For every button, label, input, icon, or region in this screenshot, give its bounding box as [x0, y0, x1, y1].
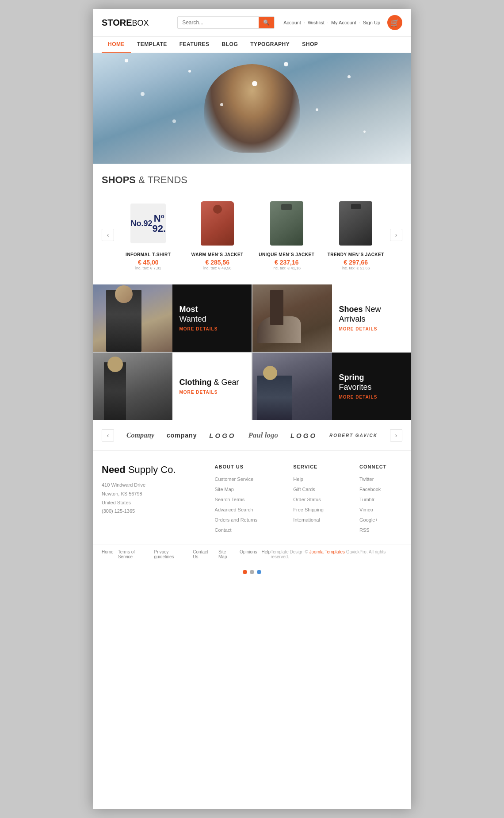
promo-title: Most Wanted: [179, 305, 245, 324]
footer-bottom-link[interactable]: Terms of Service: [118, 549, 150, 559]
promo-content: Most Wanted MORE DETAILS: [172, 284, 252, 352]
product-name: WARM MEN´S JACKET: [187, 252, 248, 257]
promo-more-details[interactable]: MORE DETAILS: [179, 326, 245, 331]
wishlist-link[interactable]: Wishlist: [308, 20, 325, 25]
footer-link[interactable]: Orders and Returns: [215, 517, 258, 522]
product-card[interactable]: WARM MEN´S JACKET € 285,56 inc. tax: € 4…: [183, 195, 252, 275]
footer-link[interactable]: Advanced Search: [215, 507, 253, 512]
nav-typography[interactable]: TYPOGRAPHY: [244, 37, 296, 53]
myaccount-link[interactable]: My Account: [331, 20, 356, 25]
shops-title: SHOPS & TRENDS: [102, 174, 402, 186]
footer-link[interactable]: Google+: [359, 517, 378, 522]
promo-content: Shoes NewArrivals MORE DETAILS: [332, 284, 412, 352]
product-image-wrap: [187, 199, 248, 248]
dot-2[interactable]: [250, 570, 254, 574]
promo-spring[interactable]: Spring Favorites MORE DETAILS: [252, 353, 411, 420]
search-button[interactable]: 🔍: [259, 17, 274, 28]
product-card[interactable]: TRENDY MEN´S JACKET € 297,66 inc. tax: €…: [322, 195, 390, 275]
dot-1[interactable]: [243, 570, 247, 574]
promo-more-details[interactable]: MORE DETAILS: [339, 395, 405, 399]
promo-title: Spring Favorites: [339, 373, 405, 392]
product-price: € 45,00: [118, 259, 179, 266]
product-price: € 297,66: [325, 259, 387, 266]
promo-more-details[interactable]: MORE DETAILS: [179, 390, 245, 395]
product-name: UNIQUE MEN´S JACKET: [256, 252, 317, 257]
nav-blog[interactable]: BLOG: [216, 37, 244, 53]
brands-next[interactable]: ›: [390, 429, 402, 442]
promo-more-details[interactable]: MORE DETAILS: [339, 326, 405, 331]
brands-prev[interactable]: ‹: [102, 429, 114, 442]
nav-home[interactable]: HOME: [102, 37, 131, 53]
brand-logo[interactable]: LOGO: [290, 432, 317, 439]
product-image-wrap: [325, 199, 387, 248]
footer-link[interactable]: Tumblr: [359, 497, 374, 502]
footer-bottom-link[interactable]: Home: [102, 549, 114, 559]
page-wrapper: STOREBOX 🔍 Account · Wishlist · My Accou…: [93, 9, 411, 809]
joomla-link[interactable]: Joomla Templates: [309, 549, 345, 554]
cart-button[interactable]: 🛒: [387, 15, 402, 30]
brand-logo[interactable]: ROBERT GAVICK: [329, 433, 378, 438]
account-link[interactable]: Account: [283, 20, 301, 25]
shops-title-bold: SHOPS: [102, 174, 136, 185]
promo-most-wanted[interactable]: Most Wanted MORE DETAILS: [93, 284, 252, 352]
footer-col-heading: ABOUT US: [215, 464, 258, 469]
footer-bottom-link[interactable]: Contact Us: [193, 549, 214, 559]
product-card[interactable]: UNIQUE MEN´S JACKET € 237,16 inc. tax: €…: [252, 195, 321, 275]
promo-clothing[interactable]: Clothing & Gear MORE DETAILS: [93, 353, 252, 420]
carousel-prev[interactable]: ‹: [102, 229, 114, 241]
product-image-tshirt: No92.: [130, 204, 166, 243]
footer-bottom-link[interactable]: Site Map: [218, 549, 235, 559]
footer-col-about: ABOUT US Customer Service Site Map Searc…: [215, 464, 258, 536]
site-logo[interactable]: STOREBOX: [102, 18, 149, 28]
brand-logo[interactable]: Paul logo: [248, 431, 278, 440]
footer-bottom-link[interactable]: Help: [262, 549, 271, 559]
footer-bottom-link[interactable]: Privacy guidelines: [154, 549, 189, 559]
header: STOREBOX 🔍 Account · Wishlist · My Accou…: [93, 9, 411, 37]
footer-bottom-link[interactable]: Opinions: [240, 549, 257, 559]
footer-copyright: Template Design © Joomla Templates Gavic…: [271, 549, 402, 559]
footer-link[interactable]: Twitter: [359, 476, 374, 482]
footer-link[interactable]: International: [293, 517, 320, 522]
footer-link[interactable]: Facebook: [359, 487, 381, 492]
footer-link[interactable]: Customer Service: [215, 476, 253, 482]
product-tax: inc. tax: € 41,16: [256, 266, 317, 270]
logo-light: BOX: [132, 19, 149, 27]
promo-content: Spring Favorites MORE DETAILS: [332, 353, 412, 420]
footer-link[interactable]: Order Status: [293, 497, 321, 502]
product-tax: inc. tax: € 49,56: [187, 266, 248, 270]
search-input[interactable]: [178, 17, 259, 28]
footer-link[interactable]: Vimeo: [359, 507, 373, 512]
nav-template[interactable]: TEMPLATE: [131, 37, 173, 53]
product-card[interactable]: No92. INFORMAL T-SHIRT € 45,00 inc. tax:…: [114, 195, 183, 275]
footer-brand-bold: Need: [102, 464, 126, 475]
footer-address: 410 Windward Drive Newton, KS 56798 Unit…: [102, 481, 190, 516]
carousel-next[interactable]: ›: [390, 229, 402, 241]
dot-3[interactable]: [257, 570, 261, 574]
footer-col-heading: CONNECT: [359, 464, 386, 469]
footer-col-links: Help Gift Cards Order Status Free Shippi…: [293, 475, 324, 523]
product-name: INFORMAL T-SHIRT: [118, 252, 179, 257]
footer-link[interactable]: Help: [293, 476, 303, 482]
footer-link[interactable]: RSS: [359, 527, 370, 533]
footer-link[interactable]: Search Terms: [215, 497, 245, 502]
promo-grid: Most Wanted MORE DETAILS Shoes NewArriva…: [93, 284, 411, 420]
brand-logo[interactable]: LOGO: [209, 432, 236, 439]
address-line1: 410 Windward Drive: [102, 481, 190, 490]
nav-features[interactable]: FEATURES: [173, 37, 216, 53]
nav-shop[interactable]: SHOP: [296, 37, 324, 53]
search-bar: 🔍: [177, 16, 275, 29]
footer-link[interactable]: Free Shipping: [293, 507, 324, 512]
brand-logo[interactable]: company: [167, 432, 197, 439]
footer-brand-light: Supply Co.: [128, 464, 176, 475]
footer-link[interactable]: Contact: [215, 527, 232, 533]
main-nav: HOME TEMPLATE FEATURES BLOG TYPOGRAPHY S…: [93, 37, 411, 53]
promo-shoes[interactable]: Shoes NewArrivals MORE DETAILS: [252, 284, 411, 352]
brand-logo[interactable]: Company: [126, 431, 154, 439]
address-line2: Newton, KS 56798: [102, 490, 190, 499]
promo-light: Wanted: [179, 315, 206, 323]
products-grid: No92. INFORMAL T-SHIRT € 45,00 inc. tax:…: [114, 195, 390, 275]
footer-link[interactable]: Gift Cards: [293, 487, 315, 492]
footer-link[interactable]: Site Map: [215, 487, 234, 492]
promo-bold: Spring: [339, 373, 364, 382]
signup-link[interactable]: Sign Up: [363, 20, 380, 25]
